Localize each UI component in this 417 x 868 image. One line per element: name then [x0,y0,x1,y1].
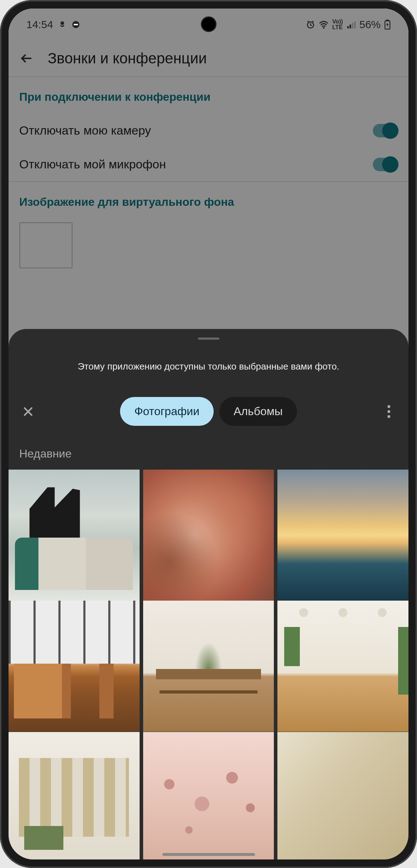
dnd-icon [72,20,80,29]
wifi-icon [319,20,329,30]
svg-point-0 [61,21,64,25]
photo-thumbnail[interactable] [9,601,140,732]
close-button[interactable] [19,403,37,420]
tab-photos[interactable]: Фотографии [120,397,214,426]
tab-albums[interactable]: Альбомы [219,397,297,426]
camera-hole [201,16,217,32]
photo-thumbnail[interactable] [9,470,140,601]
photo-thumbnail[interactable] [277,470,408,601]
signal-icon [346,20,356,29]
photo-picker-sheet: Этому приложению доступны только выбранн… [9,329,408,859]
photo-thumbnail[interactable] [143,470,274,601]
svg-rect-6 [350,25,351,28]
svg-rect-5 [347,26,349,28]
photo-thumbnail[interactable] [143,601,274,732]
notification-icon [58,20,67,29]
status-time: 14:54 [26,19,53,31]
battery-percent: 56% [359,19,381,31]
photo-thumbnail[interactable] [143,732,274,859]
svg-rect-8 [354,21,356,28]
alarm-icon [306,20,315,29]
section-recent: Недавние [9,433,408,470]
svg-point-4 [323,27,325,29]
svg-rect-7 [352,23,353,28]
photo-thumbnail[interactable] [277,601,408,732]
photo-grid [9,470,408,859]
svg-rect-10 [386,20,389,21]
battery-icon [384,20,391,30]
more-options-button[interactable] [380,403,398,420]
photo-thumbnail[interactable] [9,732,140,859]
svg-rect-2 [74,24,78,25]
sheet-permission-hint: Этому приложению доступны только выбранн… [9,340,408,390]
photo-thumbnail[interactable] [277,732,408,859]
picker-tabs: Фотографии Альбомы [46,397,371,426]
phone-screen: 14:54 Vo))LTE [9,9,408,859]
navigation-bar-handle[interactable] [162,853,255,856]
phone-frame: 14:54 Vo))LTE [0,0,417,868]
volte-icon: Vo))LTE [332,19,343,30]
sheet-toolbar: Фотографии Альбомы [9,390,408,433]
